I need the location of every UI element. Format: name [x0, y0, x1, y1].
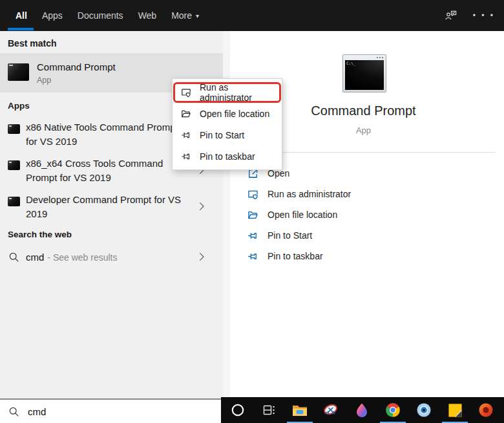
best-match-title: Command Prompt — [37, 61, 116, 72]
chrome-button[interactable] — [377, 397, 408, 423]
context-menu: Run as administrator Open file location … — [172, 78, 282, 170]
sticky-notes-button[interactable] — [439, 397, 470, 423]
pin-icon — [247, 251, 258, 262]
apps-section-header: Apps — [8, 101, 30, 111]
taskbar — [221, 397, 504, 423]
search-web-header: Search the web — [8, 230, 72, 239]
feedback-icon[interactable] — [445, 9, 457, 22]
taskbar-search-box[interactable] — [0, 398, 221, 423]
paint-drop-button[interactable] — [346, 397, 377, 423]
chevron-down-icon: ▾ — [196, 12, 199, 19]
task-view-icon — [261, 402, 277, 418]
cortana-icon — [230, 402, 246, 418]
filter-tabs: All Apps Documents Web More▾ — [16, 0, 199, 31]
pin-icon — [247, 230, 258, 241]
blue-circle-app-button[interactable] — [408, 397, 439, 423]
folder-icon — [247, 210, 258, 221]
folder-icon — [181, 109, 191, 119]
search-icon — [8, 406, 19, 417]
tab-more[interactable]: More▾ — [171, 10, 199, 21]
search-input[interactable] — [26, 406, 184, 418]
app-result-title: x86_x64 Cross Tools CommandPrompt for VS… — [26, 157, 163, 185]
search-icon — [8, 252, 19, 263]
cortana-button[interactable] — [222, 397, 253, 423]
chevron-right-icon[interactable] — [196, 252, 207, 262]
tab-apps[interactable]: Apps — [42, 10, 63, 21]
web-query: cmd — [26, 252, 44, 263]
action-pin-to-taskbar[interactable]: Pin to taskbar — [223, 246, 504, 266]
command-prompt-icon — [8, 197, 20, 206]
web-search-result[interactable]: cmd- See web results — [0, 244, 223, 269]
task-view-button[interactable] — [253, 397, 284, 423]
menu-item-open-file-location[interactable]: Open file location — [173, 103, 282, 124]
pin-icon — [181, 151, 191, 162]
paint-drop-icon — [353, 402, 370, 418]
snipping-tool-button[interactable] — [315, 397, 346, 423]
icon-prompt-text: C:\_ — [346, 61, 355, 65]
windows-search-panel: All Apps Documents Web More▾ • • • Best … — [0, 0, 504, 423]
search-filter-bar: All Apps Documents Web More▾ • • • — [0, 0, 504, 31]
tab-documents[interactable]: Documents — [78, 10, 123, 21]
command-prompt-icon — [8, 63, 29, 81]
tab-web[interactable]: Web — [138, 10, 157, 21]
command-prompt-icon — [8, 160, 20, 170]
office-icon — [478, 402, 494, 418]
file-explorer-button[interactable] — [284, 397, 315, 423]
blue-circle-app-icon — [416, 402, 432, 418]
snipping-tool-icon — [322, 402, 339, 418]
menu-item-pin-to-start[interactable]: Pin to Start — [173, 124, 282, 146]
chevron-right-icon[interactable] — [196, 201, 207, 212]
menu-item-run-as-administrator[interactable]: Run as administrator — [173, 81, 282, 103]
command-prompt-icon — [8, 124, 20, 134]
action-open-file-location[interactable]: Open file location — [223, 204, 504, 225]
app-result-developer-command-prompt[interactable]: Developer Command Prompt for VS2019 — [0, 191, 223, 222]
action-pin-to-start[interactable]: Pin to Start — [223, 225, 504, 246]
web-suffix: - See web results — [47, 252, 117, 263]
tab-all[interactable]: All — [16, 10, 27, 21]
best-match-subtitle: App — [37, 76, 51, 85]
file-explorer-icon — [291, 402, 308, 418]
menu-item-pin-to-taskbar[interactable]: Pin to taskbar — [173, 146, 282, 167]
run-as-admin-icon — [181, 87, 191, 98]
app-result-title: Developer Command Prompt for VS2019 — [26, 193, 181, 221]
more-options-icon[interactable]: • • • — [473, 11, 495, 20]
office-button[interactable] — [470, 397, 501, 423]
pin-icon — [181, 130, 191, 140]
app-result-title: x86 Native Tools Command Promptfor VS 20… — [26, 120, 178, 149]
best-match-header: Best match — [8, 38, 56, 49]
sticky-notes-icon — [448, 403, 463, 418]
selected-tab-indicator — [8, 28, 34, 30]
action-run-as-administrator[interactable]: Run as administrator — [223, 184, 504, 204]
preview-actions: Open Run as administrator Open file loca… — [223, 163, 504, 266]
command-prompt-large-icon: C:\_ — [342, 54, 386, 92]
chrome-icon — [385, 402, 401, 418]
run-as-admin-icon — [247, 189, 258, 200]
